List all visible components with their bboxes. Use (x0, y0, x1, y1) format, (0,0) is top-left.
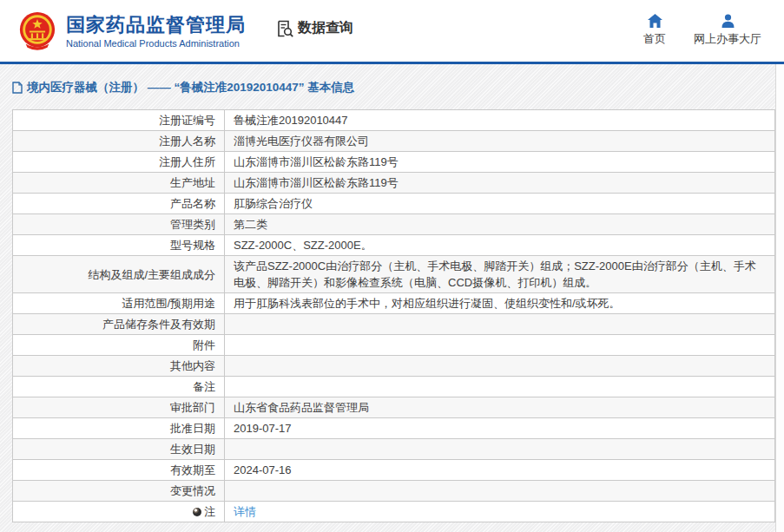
row-value: 山东淄博市淄川区松龄东路119号 (225, 152, 774, 172)
table-row: 注 详情 (13, 502, 774, 522)
row-value: 山东淄博市淄川区松龄东路119号 (225, 173, 774, 193)
row-label: 有效期至 (13, 460, 225, 480)
data-query-nav[interactable]: 数据查询 (275, 19, 353, 38)
table-row: 管理类别第二类 (13, 214, 774, 235)
header-nav: 首页 网上办事大厅 (643, 14, 761, 45)
site-title: 国家药品监督管理局 (66, 14, 246, 36)
table-row: 型号规格SZZ-2000C、SZZ-2000E。 (13, 235, 774, 256)
table-row: 结构及组成/主要组成成分该产品SZZ-2000C由治疗部分（主机、手术电极、脚踏… (13, 256, 774, 293)
row-value: 2024-07-16 (225, 460, 774, 480)
row-label: 注册人住所 (13, 152, 225, 172)
table-row: 产品名称肛肠综合治疗仪 (13, 194, 774, 214)
detail-link[interactable]: 详情 (234, 505, 256, 518)
breadcrumb-text: 境内医疗器械（注册） —— “鲁械注准20192010447” 基本信息 (27, 80, 354, 95)
row-label: 产品储存条件及有效期 (13, 314, 225, 334)
table-row: 批准日期2019-07-17 (13, 418, 774, 439)
site-logo[interactable]: 国家药品监督管理局 National Medical Products Admi… (17, 10, 246, 52)
row-label: 适用范围/预期用途 (13, 293, 225, 313)
table-row: 附件 (13, 335, 774, 356)
registration-info-table: 注册证编号鲁械注准20192010447 注册人名称淄博光电医疗仪器有限公司 注… (12, 109, 775, 522)
table-row: 备注 (13, 377, 774, 397)
table-row: 注册人名称淄博光电医疗仪器有限公司 (13, 131, 774, 152)
row-value: 山东省食品药品监督管理局 (225, 397, 774, 417)
row-label: 注册证编号 (13, 110, 225, 130)
table-row: 生产地址山东淄博市淄川区松龄东路119号 (13, 173, 774, 194)
row-label: 生产地址 (13, 173, 225, 193)
row-value (225, 344, 774, 347)
breadcrumb: 境内医疗器械（注册） —— “鲁械注准20192010447” 基本信息 (12, 79, 775, 96)
row-label: 审批部门 (13, 397, 225, 417)
row-label: 批准日期 (13, 418, 225, 438)
row-value (225, 365, 774, 368)
row-label: 备注 (13, 377, 225, 397)
site-header: 国家药品监督管理局 National Medical Products Admi… (0, 0, 784, 62)
nav-home-label: 首页 (643, 32, 666, 45)
row-value: 肛肠综合治疗仪 (225, 194, 774, 213)
document-icon (12, 82, 23, 94)
table-row: 适用范围/预期用途用于肛肠科浅表部位的手术中，对相应组织进行凝固、使组织变性和/… (13, 293, 774, 314)
row-label: 变更情况 (13, 481, 225, 501)
home-icon (648, 14, 662, 28)
national-emblem-icon (17, 10, 57, 52)
content-background: 境内医疗器械（注册） —— “鲁械注准20192010447” 基本信息 注册证… (0, 64, 775, 532)
row-label: 结构及组成/主要组成成分 (13, 256, 225, 292)
table-row: 审批部门山东省食品药品监督管理局 (13, 397, 774, 418)
row-label: 其他内容 (13, 356, 225, 376)
row-value (225, 489, 774, 493)
table-row: 注册人住所山东淄博市淄川区松龄东路119号 (13, 152, 774, 173)
scrollbar-gutter[interactable] (775, 64, 784, 532)
note-dot-icon (193, 508, 201, 516)
row-value: 2019-07-17 (225, 418, 774, 438)
table-row: 生效日期 (13, 439, 774, 460)
row-value: 详情 (225, 502, 774, 522)
row-value (225, 385, 774, 389)
row-label: 管理类别 (13, 214, 225, 234)
document-search-icon (275, 19, 294, 38)
row-value: 第二类 (225, 214, 774, 234)
table-row: 变更情况 (13, 481, 774, 502)
nav-service-hall[interactable]: 网上办事大厅 (694, 14, 761, 45)
table-row: 注册证编号鲁械注准20192010447 (13, 110, 774, 131)
brand-text: 国家药品监督管理局 National Medical Products Admi… (66, 14, 246, 49)
table-row: 有效期至2024-07-16 (13, 460, 774, 481)
row-value: 淄博光电医疗仪器有限公司 (225, 131, 774, 151)
site-subtitle: National Medical Products Administration (66, 38, 246, 49)
row-label: 生效日期 (13, 439, 225, 459)
row-value: 鲁械注准20192010447 (225, 110, 774, 130)
content-area: 境内医疗器械（注册） —— “鲁械注准20192010447” 基本信息 注册证… (0, 64, 784, 532)
row-value: 用于肛肠科浅表部位的手术中，对相应组织进行凝固、使组织变性和/或坏死。 (225, 293, 774, 313)
row-label: 注册人名称 (13, 131, 225, 151)
table-row: 产品储存条件及有效期 (13, 314, 774, 335)
row-label: 产品名称 (13, 194, 225, 213)
row-value (225, 448, 774, 451)
row-label: 附件 (13, 335, 225, 355)
row-value: SZZ-2000C、SZZ-2000E。 (225, 235, 774, 255)
row-value: 该产品SZZ-2000C由治疗部分（主机、手术电极、脚踏开关）组成；SZZ-20… (225, 256, 774, 292)
row-label-note: 注 (13, 502, 225, 522)
table-row: 其他内容 (13, 356, 774, 377)
row-value (225, 323, 774, 326)
row-label: 型号规格 (13, 235, 225, 255)
note-label-text: 注 (204, 503, 215, 520)
person-icon (721, 14, 735, 28)
nav-home[interactable]: 首页 (643, 14, 666, 45)
nav-service-hall-label: 网上办事大厅 (694, 32, 761, 45)
data-query-label: 数据查询 (298, 19, 353, 37)
